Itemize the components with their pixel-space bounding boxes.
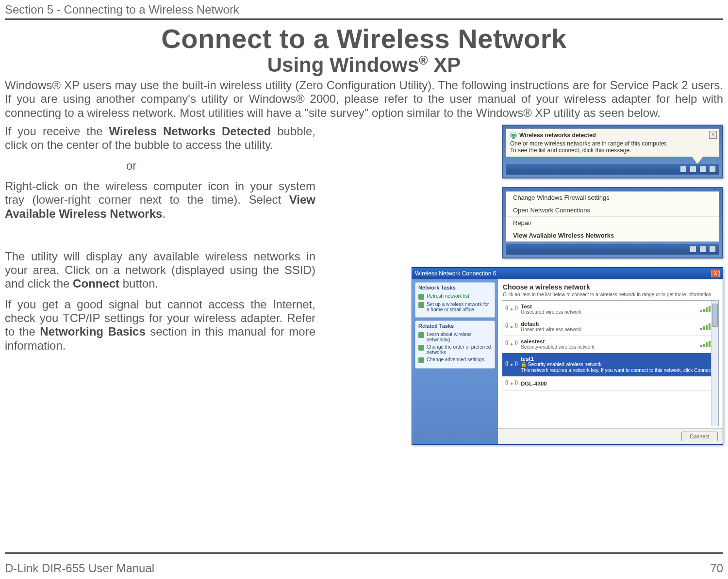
network-item-selected[interactable]: ● test1 🔒 Security-enabled wireless netw… [502,353,718,377]
section-header: Section 5 - Connecting to a Wireless Net… [5,0,723,17]
sidebar-related-tasks: Related Tasks Learn about wireless netwo… [415,321,495,369]
text: . [162,207,165,220]
wifi-icon: ● [506,340,517,348]
tray-icon[interactable] [710,166,715,172]
text: If you receive the [5,125,109,138]
main-pane: Choose a wireless network Click an item … [498,279,723,444]
window-title: Wireless Network Connection 6 [415,270,496,277]
tray-icon[interactable] [680,166,686,172]
sidebar-item-order[interactable]: Change the order of preferred networks [418,343,492,356]
bold-networking-basics: Networking Basics [40,325,146,338]
wifi-icon: ● [506,380,517,387]
setup-icon [418,302,424,308]
menu-item-firewall[interactable]: Change Windows Firewall settings [506,192,719,204]
page-title: Connect to a Wireless Network [5,23,723,54]
subtitle-post: XP [428,53,461,76]
text: button. [119,277,158,290]
wifi-icon: ● [506,361,517,369]
refresh-icon [418,294,424,300]
bold-connect: Connect [73,277,119,290]
scrollbar[interactable] [711,301,718,426]
sidebar-network-tasks: Network Tasks Refresh network list Set u… [415,282,495,318]
network-item[interactable]: ● DGL-4300 [502,377,718,391]
tray-icon[interactable] [700,246,706,252]
system-tray [506,164,719,175]
balloon-line: To see the list and connect, click this … [510,147,715,154]
registered-mark: ® [419,53,428,67]
wifi-icon: ● [506,305,517,313]
screenshot-wireless-window: Wireless Network Connection 6 X Network … [412,267,723,445]
connect-button[interactable]: Connect [681,432,718,441]
menu-item-view-networks[interactable]: View Available Wireless Networks [506,229,719,241]
subtitle-pre: Using Windows [267,53,419,76]
balloon-title: Wireless networks detected [519,132,596,139]
intro-paragraph: Windows® XP users may use the built-in w… [5,79,723,120]
system-tray [506,244,719,255]
sidebar-heading: Network Tasks [418,285,492,290]
network-name: DGL-4300 [521,381,714,386]
order-icon [418,345,424,351]
tray-icon[interactable] [690,246,696,252]
network-item[interactable]: ● salestestSecurity-enabled wireless net… [502,336,718,353]
balloon-tip[interactable]: × Wireless networks detected One or more… [506,129,719,157]
menu-item-repair[interactable]: Repair [506,217,719,229]
sidebar-item-setup[interactable]: Set up a wireless network for a home or … [418,301,492,313]
page-number: 70 [710,562,723,575]
network-name: default [521,321,696,327]
network-item[interactable]: ● TestUnsecured wireless network [502,301,718,318]
network-hint: This network requires a network key. If … [521,368,714,373]
bold-wireless-detected: Wireless Networks Detected [109,125,271,138]
balloon-line: One or more wireless networks are in ran… [510,140,715,147]
text: Right-click on the wireless computer ico… [5,179,315,206]
network-item[interactable]: ● defaultUnsecured wireless network [502,318,718,336]
sidebar-item-refresh[interactable]: Refresh network list [418,292,492,301]
tray-icon[interactable] [700,166,706,172]
window-titlebar: Wireless Network Connection 6 X [412,268,723,279]
choose-network-heading: Choose a wireless network [498,279,723,292]
network-name: Test [521,304,696,309]
network-name: salestest [521,338,696,344]
network-desc: Security-enabled wireless network [521,344,696,350]
network-desc: Unsecured wireless network [521,309,696,315]
choose-network-subtext: Click an item in the list below to conne… [498,292,723,300]
footer-manual: D-Link DIR-655 User Manual [5,562,154,575]
network-name: test1 [521,356,714,362]
sidebar-item-learn[interactable]: Learn about wireless networking [418,331,492,343]
wifi-icon: ● [506,322,517,330]
para-tcpip: If you get a good signal but cannot acce… [5,298,315,353]
tray-icon[interactable] [690,166,696,172]
wifi-icon [510,132,517,139]
para-rightclick: Right-click on the wireless computer ico… [5,179,315,221]
rule-bottom [5,552,723,554]
network-desc: Unsecured wireless network [521,327,696,332]
network-list: ● TestUnsecured wireless network ● defau… [502,300,719,426]
tray-icon[interactable] [710,246,715,252]
page-subtitle: Using Windows® XP [5,53,723,77]
sidebar-heading: Related Tasks [418,323,492,329]
network-desc: 🔒 Security-enabled wireless network [521,362,714,368]
text: The utility will display any available w… [5,250,315,290]
close-icon[interactable]: × [709,131,717,139]
sidebar-item-advanced[interactable]: Change advanced settings [418,356,492,364]
or-separator: or [5,159,315,173]
screenshot-context-menu: Change Windows Firewall settings Open Ne… [502,187,723,258]
close-icon[interactable]: X [711,270,720,277]
context-menu: Change Windows Firewall settings Open Ne… [506,191,719,242]
para-utility: The utility will display any available w… [5,250,315,291]
balloon-tail [692,156,703,164]
scrollbar-thumb[interactable] [712,304,718,327]
menu-item-open-connections[interactable]: Open Network Connections [506,204,719,217]
para-bubble: If you receive the Wireless Networks Det… [5,125,315,152]
rule-top [5,18,723,20]
info-icon [418,332,424,338]
screenshot-notification-bubble: × Wireless networks detected One or more… [502,125,723,178]
sidebar: Network Tasks Refresh network list Set u… [412,279,498,444]
settings-icon [418,357,424,363]
